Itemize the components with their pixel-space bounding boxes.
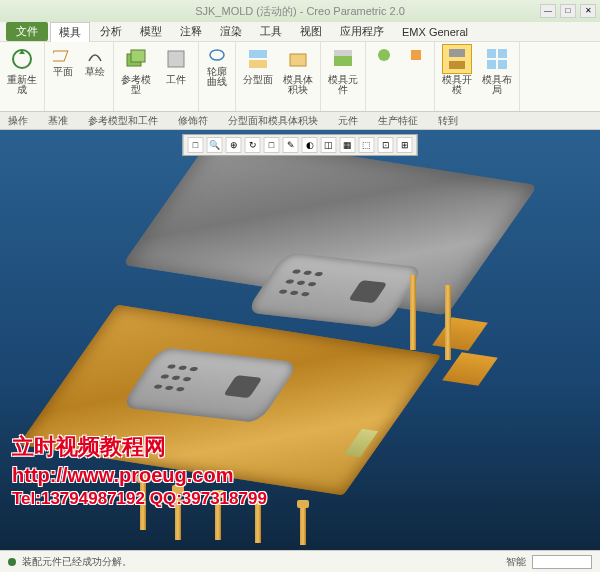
title-bar: SJK_MOLD (活动的) - Creo Parametric 2.0 — □… [0, 0, 600, 22]
refmodel-icon [121, 44, 151, 74]
ribbon-group-component: 模具元件 [321, 42, 366, 111]
tab-analysis[interactable]: 分析 [92, 22, 130, 41]
ribbon-group-operate: 重新生成 [0, 42, 45, 111]
svg-rect-10 [334, 50, 352, 56]
vt-btn-4[interactable]: □ [264, 137, 280, 153]
volume-icon [283, 44, 313, 74]
tab-emx[interactable]: EMX General [394, 24, 476, 40]
plane-button[interactable]: 平面 [49, 44, 77, 77]
svg-rect-17 [487, 60, 496, 69]
workpiece-icon [161, 44, 191, 74]
ribbon-group-prod [366, 42, 435, 111]
sublabel-refmodel: 参考模型和工件 [88, 114, 158, 128]
mold-open-button[interactable]: 模具开模 [439, 44, 475, 95]
plane-icon [52, 44, 74, 66]
vt-btn-3[interactable]: ↻ [245, 137, 261, 153]
svg-rect-1 [53, 51, 68, 61]
status-input[interactable] [532, 555, 592, 569]
window-title: SJK_MOLD (活动的) - Creo Parametric 2.0 [195, 4, 405, 19]
3d-viewport[interactable]: □ 🔍 ⊕ ↻ □ ✎ ◐ ◫ ▦ ⬚ ⊡ ⊞ [0, 130, 600, 550]
svg-rect-18 [498, 60, 507, 69]
svg-rect-9 [334, 56, 352, 66]
watermark-line2: http://www.proeug.com [12, 462, 267, 488]
viewport-toolbar: □ 🔍 ⊕ ↻ □ ✎ ◐ ◫ ▦ ⬚ ⊡ ⊞ [183, 134, 418, 156]
component-button[interactable]: 模具元件 [325, 44, 361, 95]
vt-btn-9[interactable]: ⬚ [359, 137, 375, 153]
vt-btn-5[interactable]: ✎ [283, 137, 299, 153]
regenerate-icon [7, 44, 37, 74]
file-menu[interactable]: 文件 [6, 22, 48, 41]
svg-rect-15 [487, 49, 496, 58]
mold-open-icon [442, 44, 472, 74]
workpiece-button[interactable]: 工件 [158, 44, 194, 85]
vt-btn-6[interactable]: ◐ [302, 137, 318, 153]
ribbon-group-goto: 模具开模 模具布局 [435, 42, 520, 111]
watermark-line3: Tel:13794987192 QQ:397318799 [12, 488, 267, 510]
svg-rect-14 [449, 61, 465, 69]
parting-button[interactable]: 分型面 [240, 44, 276, 85]
slider-block-1 [432, 317, 488, 351]
sublabel-trim: 修饰符 [178, 114, 208, 128]
window-controls: — □ ✕ [540, 4, 596, 18]
prod2-icon [405, 44, 427, 66]
sublabel-parting: 分型面和模具体积块 [228, 114, 318, 128]
prod2-button[interactable] [402, 44, 430, 66]
tab-model[interactable]: 模型 [132, 22, 170, 41]
prod1-icon [373, 44, 395, 66]
svg-rect-4 [168, 51, 184, 67]
vt-btn-11[interactable]: ⊞ [397, 137, 413, 153]
sublabel-goto: 转到 [438, 114, 458, 128]
mold-layout-button[interactable]: 模具布局 [479, 44, 515, 95]
ribbon-sub-labels: 操作 基准 参考模型和工件 修饰符 分型面和模具体积块 元件 生产特征 转到 [0, 112, 600, 130]
tab-mold[interactable]: 模具 [50, 22, 90, 42]
sublabel-operate: 操作 [8, 114, 28, 128]
vt-btn-10[interactable]: ⊡ [378, 137, 394, 153]
vt-btn-2[interactable]: ⊕ [226, 137, 242, 153]
ribbon-group-refmodel: 参考模型 工件 [114, 42, 199, 111]
silhouette-button[interactable]: 轮廓曲线 [203, 44, 231, 87]
vt-btn-7[interactable]: ◫ [321, 137, 337, 153]
sketch-button[interactable]: 草绘 [81, 44, 109, 77]
tab-render[interactable]: 渲染 [212, 22, 250, 41]
svg-rect-8 [290, 54, 306, 66]
vt-btn-0[interactable]: □ [188, 137, 204, 153]
svg-rect-16 [498, 49, 507, 58]
guide-pin [410, 275, 416, 350]
close-button[interactable]: ✕ [580, 4, 596, 18]
watermark: 立时视频教程网 http://www.proeug.com Tel:137949… [12, 433, 267, 510]
tab-tools[interactable]: 工具 [252, 22, 290, 41]
vt-btn-1[interactable]: 🔍 [207, 137, 223, 153]
sublabel-datum: 基准 [48, 114, 68, 128]
svg-rect-3 [131, 50, 145, 62]
status-right-label: 智能 [506, 555, 526, 569]
minimize-button[interactable]: — [540, 4, 556, 18]
sublabel-component: 元件 [338, 114, 358, 128]
ejector-pin [300, 500, 306, 545]
prod1-button[interactable] [370, 44, 398, 66]
status-message: 装配元件已经成功分解。 [22, 555, 132, 569]
regenerate-button[interactable]: 重新生成 [4, 44, 40, 95]
sketch-icon [84, 44, 106, 66]
ribbon-group-parting: 分型面 模具体积块 [236, 42, 321, 111]
menu-bar: 文件 模具 分析 模型 注释 渲染 工具 视图 应用程序 EMX General [0, 22, 600, 42]
maximize-button[interactable]: □ [560, 4, 576, 18]
ribbon: 重新生成 平面 草绘 参考模型 工件 [0, 42, 600, 112]
tab-apps[interactable]: 应用程序 [332, 22, 392, 41]
status-indicator-icon [8, 558, 16, 566]
tab-view[interactable]: 视图 [292, 22, 330, 41]
refmodel-button[interactable]: 参考模型 [118, 44, 154, 95]
component-icon [328, 44, 358, 74]
svg-point-11 [378, 49, 390, 61]
ribbon-group-datum: 平面 草绘 [45, 42, 114, 111]
svg-point-5 [210, 50, 224, 60]
svg-rect-6 [249, 50, 267, 58]
svg-rect-7 [249, 60, 267, 68]
status-bar: 装配元件已经成功分解。 智能 [0, 550, 600, 572]
volume-button[interactable]: 模具体积块 [280, 44, 316, 95]
mold-layout-icon [482, 44, 512, 74]
svg-rect-12 [411, 50, 421, 60]
tab-annotate[interactable]: 注释 [172, 22, 210, 41]
sublabel-prod: 生产特征 [378, 114, 418, 128]
vt-btn-8[interactable]: ▦ [340, 137, 356, 153]
watermark-line1: 立时视频教程网 [12, 433, 267, 462]
